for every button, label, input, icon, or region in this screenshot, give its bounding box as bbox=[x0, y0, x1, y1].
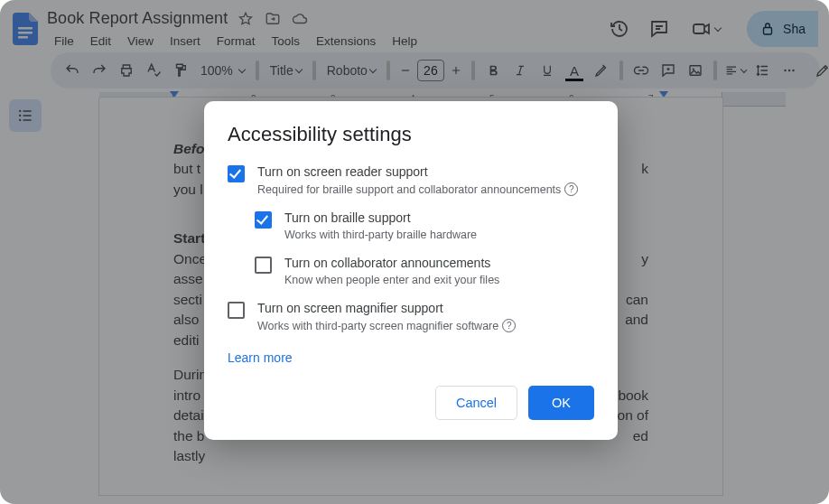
option-braille: Turn on braille support Works with third… bbox=[255, 210, 594, 241]
accessibility-settings-dialog: Accessibility settings Turn on screen re… bbox=[204, 101, 618, 440]
option-subtext: Know when people enter and exit your fil… bbox=[284, 274, 499, 286]
ok-button[interactable]: OK bbox=[528, 386, 594, 420]
option-subtext: Works with third-party braille hardware bbox=[284, 229, 477, 241]
checkbox-braille[interactable] bbox=[255, 211, 272, 229]
help-icon[interactable]: ? bbox=[502, 319, 516, 332]
option-screen-magnifier: Turn on screen magnifier support Works w… bbox=[228, 301, 594, 332]
checkbox-collaborator-announcements[interactable] bbox=[255, 257, 272, 274]
option-subtext: Works with third-party screen magnifier … bbox=[257, 319, 516, 332]
option-label: Turn on braille support bbox=[284, 210, 477, 225]
learn-more-link[interactable]: Learn more bbox=[228, 350, 293, 365]
option-subtext: Required for braille support and collabo… bbox=[257, 182, 578, 196]
dialog-actions: Cancel OK bbox=[228, 386, 594, 420]
help-icon[interactable]: ? bbox=[564, 182, 578, 196]
option-label: Turn on screen reader support bbox=[257, 164, 578, 179]
checkbox-screen-reader[interactable] bbox=[228, 165, 245, 182]
cancel-button[interactable]: Cancel bbox=[435, 386, 517, 420]
option-screen-reader: Turn on screen reader support Required f… bbox=[228, 164, 594, 196]
app-window: Book Report Assignment File Edit View In… bbox=[0, 0, 829, 504]
dialog-title: Accessibility settings bbox=[228, 123, 594, 146]
option-label: Turn on screen magnifier support bbox=[257, 301, 516, 315]
option-label: Turn on collaborator announcements bbox=[284, 256, 499, 270]
checkbox-screen-magnifier[interactable] bbox=[228, 302, 245, 319]
option-collaborator-announcements: Turn on collaborator announcements Know … bbox=[255, 256, 594, 286]
